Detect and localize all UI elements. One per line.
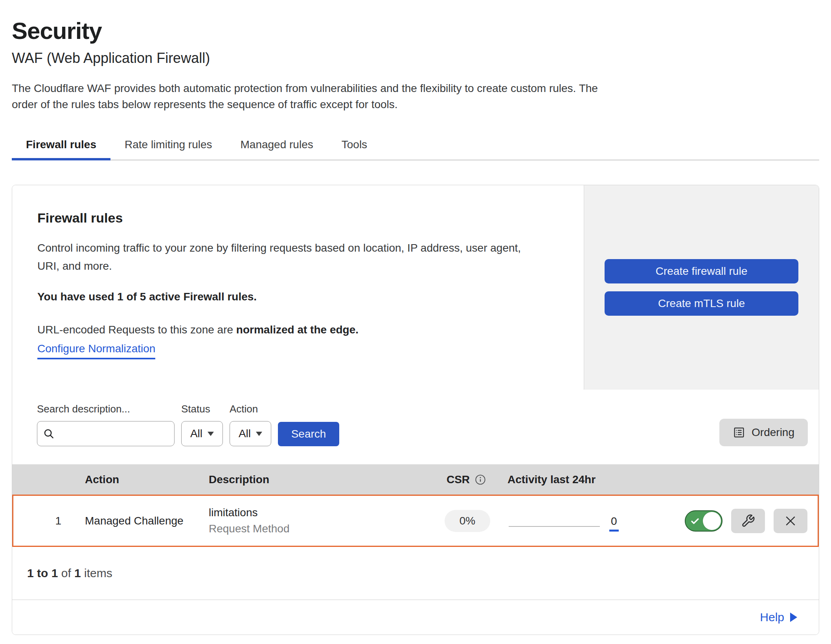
tab-firewall-rules[interactable]: Firewall rules <box>12 133 110 160</box>
ordering-button[interactable]: Ordering <box>719 419 808 446</box>
tab-managed-rules[interactable]: Managed rules <box>226 133 327 160</box>
normalization-status: URL-encoded Requests to this zone are no… <box>37 324 560 336</box>
activity-count[interactable]: 0 <box>609 515 619 532</box>
firewall-rules-hero: Firewall rules Control incoming traffic … <box>12 185 819 390</box>
usage-summary: You have used 1 of 5 active Firewall rul… <box>37 291 560 303</box>
normalization-text: URL-encoded Requests to this zone are <box>37 324 236 336</box>
search-button[interactable]: Search <box>278 422 339 446</box>
header-csr: CSR <box>447 473 486 486</box>
action-panel: Create firewall rule Create mTLS rule <box>584 185 819 390</box>
pagination-summary: 1 to 1 of 1 items <box>12 547 819 600</box>
rule-priority: 1 <box>13 515 72 527</box>
page-subtitle: WAF (Web Application Firewall) <box>12 50 819 66</box>
edit-rule-button[interactable] <box>731 509 765 533</box>
rule-description: limitations <box>209 506 426 519</box>
header-action: Action <box>71 473 201 486</box>
info-icon[interactable] <box>475 474 486 485</box>
arrow-right-icon <box>790 613 797 622</box>
create-firewall-rule-button[interactable]: Create firewall rule <box>605 259 798 283</box>
list-ordering-icon <box>733 426 745 439</box>
rule-controls <box>658 509 818 533</box>
ordering-button-label: Ordering <box>752 426 794 439</box>
wrench-icon <box>741 514 755 528</box>
table-row: 1 Managed Challenge limitations Request … <box>12 495 819 547</box>
action-dropdown[interactable]: All <box>230 421 271 446</box>
help-row: Help <box>12 600 819 635</box>
status-dropdown[interactable]: All <box>181 421 223 446</box>
normalization-bold-text: normalized at the edge. <box>236 324 359 336</box>
page-title: Security <box>12 17 819 44</box>
header-description: Description <box>201 473 425 486</box>
summary-of: of <box>58 567 74 580</box>
action-label: Action <box>230 403 271 415</box>
tab-tools[interactable]: Tools <box>327 133 381 160</box>
card-heading: Firewall rules <box>37 210 560 226</box>
search-input[interactable] <box>59 427 169 440</box>
rule-csr-cell: 0% <box>445 510 490 532</box>
create-mtls-rule-button[interactable]: Create mTLS rule <box>605 291 798 316</box>
hero-content: Firewall rules Control incoming traffic … <box>12 185 584 390</box>
page-description: The Cloudflare WAF provides both automat… <box>12 81 619 112</box>
configure-normalization-link[interactable]: Configure Normalization <box>37 342 155 359</box>
status-dropdown-value: All <box>190 427 202 440</box>
search-label: Search description... <box>37 403 175 415</box>
csr-badge: 0% <box>445 510 490 532</box>
close-icon <box>784 514 797 528</box>
header-csr-label: CSR <box>447 473 470 486</box>
header-activity: Activity last 24hr <box>507 473 657 486</box>
action-dropdown-value: All <box>239 427 251 440</box>
search-button-group: Search <box>278 422 339 446</box>
security-waf-page: Security WAF (Web Application Firewall) … <box>0 0 831 635</box>
rule-enabled-toggle[interactable] <box>685 510 723 532</box>
filter-bar: Search description... Status All <box>12 390 819 464</box>
tab-bar: Firewall rules Rate limiting rules Manag… <box>12 133 819 160</box>
rule-activity-cell: 0 <box>509 513 658 529</box>
status-filter-group: Status All <box>181 403 223 446</box>
tab-rate-limiting-rules[interactable]: Rate limiting rules <box>110 133 226 160</box>
action-filter-group: Action All <box>230 403 271 446</box>
rule-action: Managed Challenge <box>72 515 202 527</box>
toggle-knob <box>703 512 721 530</box>
card-description: Control incoming traffic to your zone by… <box>37 239 541 275</box>
help-link[interactable]: Help <box>760 611 797 624</box>
check-icon <box>690 517 700 526</box>
search-filter-group: Search description... <box>37 403 175 446</box>
chevron-down-icon <box>256 432 262 436</box>
summary-range: 1 to 1 <box>27 567 58 580</box>
summary-total: 1 <box>74 567 81 580</box>
delete-rule-button[interactable] <box>774 509 807 533</box>
search-icon <box>43 428 55 440</box>
search-input-box[interactable] <box>37 421 175 446</box>
chevron-down-icon <box>208 432 214 436</box>
table-header: Action Description CSR Activity last 24h… <box>12 464 819 495</box>
activity-sparkline <box>509 526 600 527</box>
help-link-label: Help <box>760 611 784 624</box>
rule-description-cell: limitations Request Method <box>202 506 426 535</box>
rule-description-sub: Request Method <box>209 523 426 535</box>
firewall-rules-card: Firewall rules Control incoming traffic … <box>12 185 819 635</box>
status-label: Status <box>181 403 223 415</box>
summary-items: items <box>81 567 112 580</box>
